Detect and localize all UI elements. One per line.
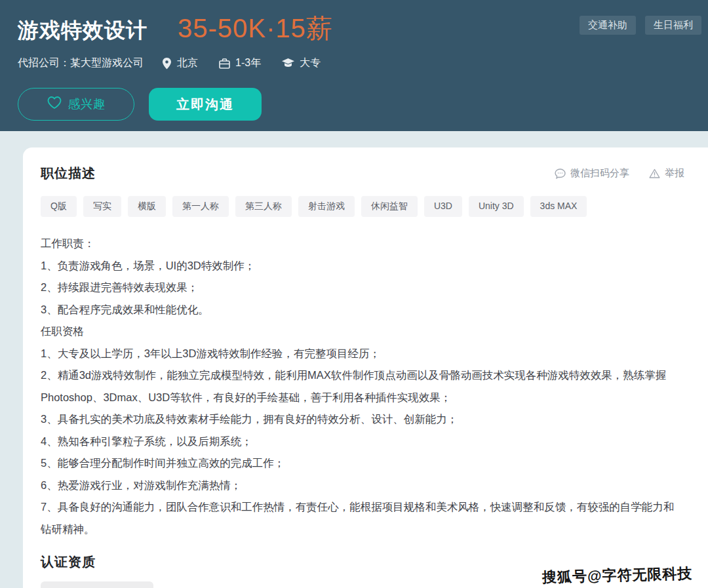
job-description-text: 工作职责： 1、负责游戏角色，场景，UI的3D特效制作； 2、持续跟进完善特效表… [41, 233, 684, 540]
interest-button-label: 感兴趣 [68, 96, 106, 113]
description-line: 2、持续跟进完善特效表现效果； [41, 277, 684, 299]
tag: 写实 [83, 196, 121, 217]
benefit-badges: 交通补助 生日福利 [580, 16, 708, 35]
job-title: 游戏特效设计 [18, 16, 148, 45]
salary: 35-50K·15薪 [178, 10, 333, 47]
wechat-share-action[interactable]: 微信扫码分享 [555, 167, 629, 180]
education-group: 大专 [282, 56, 321, 70]
wechat-share-label: 微信扫码分享 [570, 167, 629, 180]
warning-triangle-icon [649, 168, 660, 178]
description-line: 3、具备扎实的美术功底及特效素材手绘能力，拥有良好的特效分析、设计、创新能力； [41, 408, 684, 431]
tag: Unity 3D [469, 196, 524, 217]
description-line: 1、负责游戏角色，场景，UI的3D特效制作； [41, 255, 684, 277]
description-line: 3、配合程序完成效果和性能优化。 [41, 299, 684, 321]
benefit-badge: 生日福利 [645, 16, 701, 35]
tag: 射击游戏 [298, 196, 355, 217]
job-tags: Q版 写实 横版 第一人称 第三人称 射击游戏 休闲益智 U3D Unity 3… [41, 196, 684, 217]
report-label: 举报 [665, 167, 684, 180]
interest-button[interactable]: 感兴趣 [18, 88, 134, 121]
chat-button-label: 立即沟通 [176, 96, 234, 113]
company-label: 代招公司：某大型游戏公司 [18, 56, 144, 70]
tag: Q版 [41, 196, 77, 217]
location-group: 北京 [162, 56, 198, 70]
job-detail-page: 游戏特效设计 35-50K·15薪 交通补助 生日福利 代招公司：某大型游戏公司… [0, 0, 708, 588]
experience-group: 1-3年 [219, 56, 261, 70]
section-title-certifications: 认证资质 [41, 553, 684, 571]
action-buttons: 感兴趣 立即沟通 [18, 88, 708, 121]
experience-label: 1-3年 [235, 56, 261, 70]
location-label: 北京 [177, 56, 198, 70]
job-description-card: 职位描述 微信扫码分享 举报 Q版 写实 横版 第 [23, 147, 708, 588]
card-head: 职位描述 微信扫码分享 举报 [41, 165, 684, 182]
benefit-badge: 交通补助 [580, 16, 636, 35]
graduation-cap-icon [282, 58, 294, 68]
tag: 3ds MAX [530, 196, 587, 217]
tag: 横版 [128, 196, 166, 217]
description-line: 1、大专及以上学历，3年以上3D游戏特效制作经验，有完整项目经历； [41, 343, 684, 365]
description-line: 任职资格 [41, 321, 684, 343]
description-line: 2、精通3d游戏特效制作，能独立完成模型特效，能利用MAX软件制作顶点动画以及骨… [41, 364, 684, 408]
card-head-actions: 微信扫码分享 举报 [555, 167, 684, 180]
section-title-job-description: 职位描述 [41, 165, 96, 182]
description-line: 5、能够合理分配制作时间并独立高效的完成工作； [41, 452, 684, 475]
chat-bubble-icon [555, 168, 566, 179]
description-line: 6、热爱游戏行业，对游戏制作充满热情； [41, 475, 684, 497]
tag: 第三人称 [235, 196, 292, 217]
description-line: 工作职责： [41, 233, 684, 255]
tag: 休闲益智 [361, 196, 418, 217]
description-line: 7、具备良好的沟通能力，团队合作意识和工作热情，有责任心，能根据项目规格和美术风… [41, 496, 684, 540]
location-pin-icon [162, 58, 172, 69]
briefcase-icon [219, 58, 230, 69]
tag: U3D [424, 196, 462, 217]
heart-outline-icon [47, 96, 62, 113]
description-line: 4、熟知各种引擎粒子系统，以及后期系统； [41, 431, 684, 453]
report-action[interactable]: 举报 [649, 167, 684, 180]
chat-button[interactable]: 立即沟通 [149, 88, 262, 121]
job-meta-row: 代招公司：某大型游戏公司 北京 1-3年 大专 [18, 56, 708, 70]
certification-item-placeholder [41, 581, 153, 588]
education-label: 大专 [300, 56, 321, 70]
job-header: 游戏特效设计 35-50K·15薪 交通补助 生日福利 代招公司：某大型游戏公司… [0, 0, 708, 131]
tag: 第一人称 [172, 196, 229, 217]
